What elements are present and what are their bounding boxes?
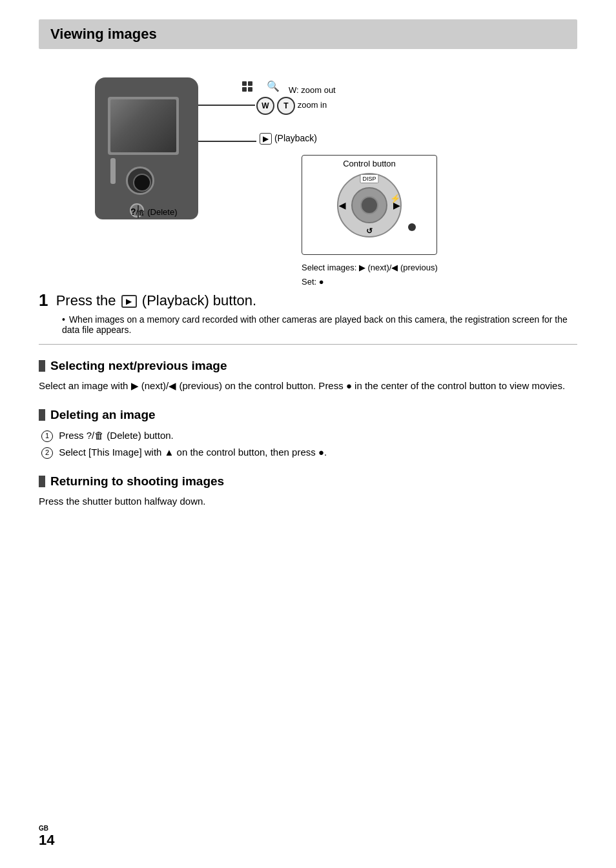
camera-lens <box>126 167 154 195</box>
page-number: 14 <box>39 832 54 848</box>
select-images-label: Select images: ▶ (next)/◀ (previous) <box>302 263 438 272</box>
deleting-marker <box>39 409 45 421</box>
page-lang: GB <box>39 825 54 832</box>
control-dot <box>408 223 416 231</box>
control-left-arrow: ◀ <box>339 201 345 210</box>
playback-label: ▶ (Playback) <box>260 133 317 143</box>
deleting-step2: 2 Select [This Image] with ▲ on the cont… <box>41 444 577 461</box>
wt-label-area: W: zoom out T: zoom in <box>289 83 336 113</box>
playback-text: (Playback) <box>274 133 317 143</box>
step-1-note: When images on a memory card recorded wi… <box>62 314 577 335</box>
control-center-button <box>360 196 378 214</box>
playback-button-icon: ▶ <box>121 295 137 308</box>
zoom-out-grid-icon <box>242 81 252 92</box>
step-1-section: 1 Press the ▶ (Playback) button. When im… <box>39 290 577 345</box>
selecting-body: Select an image with ▶ (next)/◀ (previou… <box>39 378 577 394</box>
deleting-step1-text: Press ?/🗑 (Delete) button. <box>59 430 174 441</box>
zoom-slider <box>110 158 116 184</box>
selecting-section: Selecting next/previous image Select an … <box>39 359 577 394</box>
camera-illustration <box>95 77 198 219</box>
deleting-section: Deleting an image 1 Press ?/🗑 (Delete) b… <box>39 408 577 460</box>
step-1-title: Press the ▶ (Playback) button. <box>56 292 257 308</box>
step-number: 1 <box>39 290 48 310</box>
camera-screen <box>108 97 179 155</box>
step-1-heading: 1 Press the ▶ (Playback) button. <box>39 290 577 310</box>
diagram-container: ?/🗑 (Delete) 🔍 W: zoom out T: zoom in <box>88 65 528 271</box>
deleting-title: Deleting an image <box>50 408 156 422</box>
control-button-label: Control button <box>302 156 436 170</box>
selecting-heading: Selecting next/previous image <box>39 359 577 373</box>
zoom-icons-area: 🔍 <box>242 80 280 92</box>
w-button: W <box>256 97 274 115</box>
diagram-area: ?/🗑 (Delete) 🔍 W: zoom out T: zoom in <box>39 65 577 271</box>
deleting-step2-text: Select [This Image] with ▲ on the contro… <box>59 447 327 458</box>
deleting-heading: Deleting an image <box>39 408 577 422</box>
page-title: Viewing images <box>50 26 566 43</box>
control-circle: DISP ◀ ▶ ↺ ⚡ <box>302 173 436 237</box>
returning-heading: Returning to shooting images <box>39 474 577 489</box>
returning-section: Returning to shooting images Press the s… <box>39 474 577 509</box>
step1-prefix: Press the <box>56 292 116 308</box>
camera-lens-inner <box>133 174 151 192</box>
title-bar: Viewing images <box>39 19 577 49</box>
control-button-box: Control button DISP ◀ ▶ ↺ ⚡ <box>302 155 437 255</box>
page-number-area: GB 14 <box>39 825 54 849</box>
camera-screen-image <box>110 99 176 152</box>
selecting-title: Selecting next/previous image <box>50 359 227 373</box>
selecting-marker <box>39 360 45 372</box>
deleting-step1: 1 Press ?/🗑 (Delete) button. <box>41 427 577 444</box>
connector-delete <box>138 205 139 218</box>
control-outer-ring: DISP ◀ ▶ ↺ ⚡ <box>337 173 402 237</box>
connector-playback <box>198 141 256 142</box>
camera-screen-inner <box>110 99 176 152</box>
disp-label: DISP <box>360 174 378 183</box>
zoom-out-label: W: zoom out <box>289 85 336 95</box>
flash-icon: ⚡ <box>390 194 400 203</box>
page-container: Viewing images ?/🗑 (Delete) <box>0 0 616 554</box>
deleting-steps: 1 Press ?/🗑 (Delete) button. 2 Select [T… <box>39 427 577 460</box>
returning-body: Press the shutter button halfway down. <box>39 494 577 509</box>
returning-marker <box>39 476 45 487</box>
zoom-mag-icon: 🔍 <box>267 80 280 92</box>
select-set-labels: Select images: ▶ (next)/◀ (previous) Set… <box>302 261 438 289</box>
set-label: Set: ● <box>302 277 324 287</box>
t-button: T <box>277 97 295 115</box>
control-bottom-arrow: ↺ <box>366 227 373 236</box>
step-circle-1: 1 <box>41 430 53 442</box>
connector-wt <box>198 105 255 106</box>
wt-buttons: W T <box>256 97 295 115</box>
step-circle-2: 2 <box>41 447 53 459</box>
returning-title: Returning to shooting images <box>50 474 224 489</box>
